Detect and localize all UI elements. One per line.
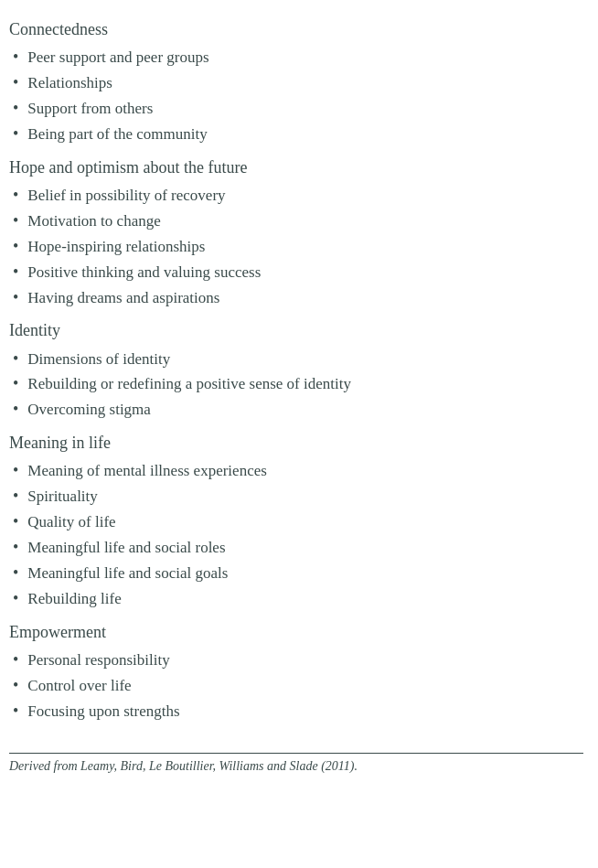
list-item: Personal responsibility [9,648,583,673]
list-item: Quality of life [9,509,583,535]
list-item: Focusing upon strengths [9,699,583,724]
footer-note: Derived from Leamy, Bird, Le Boutillier,… [9,753,583,774]
list-item: Belief in possibility of recovery [9,183,583,209]
list-item: Motivation to change [9,209,583,234]
bullet-list-empowerment: Personal responsibilityControl over life… [9,648,583,724]
content-area: ConnectednessPeer support and peer group… [9,18,583,774]
list-item: Spirituality [9,484,583,509]
category-title-meaning: Meaning in life [9,432,583,455]
list-item: Overcoming stigma [9,397,583,423]
list-item: Control over life [9,673,583,699]
bullet-list-hope: Belief in possibility of recoveryMotivat… [9,183,583,310]
list-item: Support from others [9,96,583,122]
list-item: Dimensions of identity [9,347,583,372]
page-container: ConnectednessPeer support and peer group… [9,18,583,774]
list-item: Hope-inspiring relationships [9,234,583,260]
list-item: Meaningful life and social roles [9,535,583,561]
list-item: Being part of the community [9,122,583,147]
list-item: Meaning of mental illness experiences [9,458,583,484]
bullet-list-meaning: Meaning of mental illness experiencesSpi… [9,458,583,611]
category-title-hope: Hope and optimism about the future [9,156,583,179]
category-title-identity: Identity [9,319,583,342]
bullet-list-connectedness: Peer support and peer groupsRelationship… [9,45,583,147]
category-title-empowerment: Empowerment [9,621,583,644]
list-item: Rebuilding life [9,586,583,612]
list-item: Peer support and peer groups [9,45,583,70]
category-title-connectedness: Connectedness [9,18,583,41]
bullet-list-identity: Dimensions of identityRebuilding or rede… [9,347,583,423]
list-item: Rebuilding or redefining a positive sens… [9,371,583,397]
list-item: Positive thinking and valuing success [9,260,583,285]
list-item: Relationships [9,70,583,96]
list-item: Having dreams and aspirations [9,285,583,311]
list-item: Meaningful life and social goals [9,561,583,586]
